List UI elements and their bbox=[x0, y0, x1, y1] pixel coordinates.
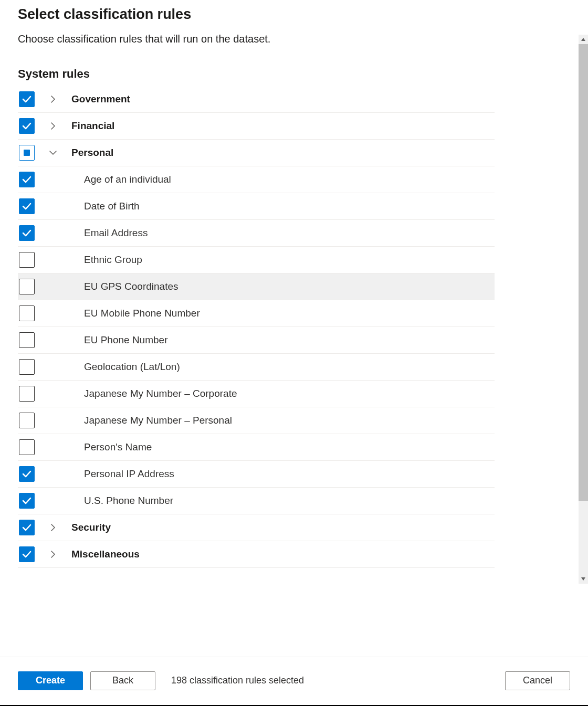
scroll-up-icon[interactable] bbox=[579, 35, 588, 44]
checkbox-rule[interactable] bbox=[19, 413, 35, 428]
rule-label: U.S. Phone Number bbox=[71, 495, 173, 507]
category-row-security[interactable]: Security bbox=[18, 514, 495, 541]
rule-row[interactable]: Date of Birth bbox=[18, 193, 495, 220]
rule-row[interactable]: Person's Name bbox=[18, 434, 495, 461]
rule-label: Japanese My Number – Personal bbox=[71, 415, 232, 426]
category-row-government[interactable]: Government bbox=[18, 86, 495, 113]
chevron-down-icon[interactable] bbox=[47, 147, 59, 159]
rule-row[interactable]: Ethnic Group bbox=[18, 247, 495, 273]
footer-bar: Create Back 198 classification rules sel… bbox=[0, 657, 588, 704]
rule-row[interactable]: Japanese My Number – Corporate bbox=[18, 381, 495, 407]
rule-row[interactable]: EU GPS Coordinates bbox=[18, 273, 495, 300]
scrollbar-thumb[interactable] bbox=[579, 44, 588, 501]
rule-label: Email Address bbox=[71, 227, 148, 239]
back-button[interactable]: Back bbox=[90, 671, 155, 690]
category-label: Personal bbox=[71, 147, 113, 159]
rule-row[interactable]: Personal IP Address bbox=[18, 461, 495, 488]
checkbox-rule[interactable] bbox=[19, 359, 35, 375]
create-button[interactable]: Create bbox=[18, 671, 83, 690]
checkbox-rule[interactable] bbox=[19, 305, 35, 321]
checkbox-rule[interactable] bbox=[19, 279, 35, 294]
category-label: Security bbox=[71, 522, 111, 533]
rule-label: Person's Name bbox=[71, 441, 152, 453]
category-row-miscellaneous[interactable]: Miscellaneous bbox=[18, 541, 495, 568]
chevron-right-icon[interactable] bbox=[47, 120, 59, 132]
rule-row[interactable]: EU Mobile Phone Number bbox=[18, 300, 495, 327]
rule-row[interactable]: Japanese My Number – Personal bbox=[18, 407, 495, 434]
rule-label: Date of Birth bbox=[71, 201, 140, 212]
rule-label: Ethnic Group bbox=[71, 254, 142, 266]
rule-row[interactable]: EU Phone Number bbox=[18, 327, 495, 354]
rule-row[interactable]: U.S. Phone Number bbox=[18, 488, 495, 514]
rule-label: Japanese My Number – Corporate bbox=[71, 388, 237, 399]
selection-count: 198 classification rules selected bbox=[171, 675, 304, 686]
checkbox-rule[interactable] bbox=[19, 172, 35, 187]
rule-label: EU Phone Number bbox=[71, 334, 167, 346]
rule-label: Age of an individual bbox=[71, 174, 171, 185]
checkbox-rule[interactable] bbox=[19, 466, 35, 482]
chevron-right-icon[interactable] bbox=[47, 549, 59, 560]
main-content: Select classification rules Choose class… bbox=[0, 0, 588, 584]
rule-label: EU GPS Coordinates bbox=[71, 281, 178, 292]
checkbox-rule[interactable] bbox=[19, 439, 35, 455]
section-title: System rules bbox=[18, 67, 570, 81]
checkbox-rule[interactable] bbox=[19, 198, 35, 214]
category-label: Miscellaneous bbox=[71, 549, 140, 560]
scrollbar[interactable] bbox=[579, 35, 588, 584]
checkbox-government[interactable] bbox=[19, 91, 35, 107]
chevron-right-icon[interactable] bbox=[47, 522, 59, 533]
chevron-right-icon[interactable] bbox=[47, 93, 59, 105]
rule-label: Geolocation (Lat/Lon) bbox=[71, 361, 180, 373]
rule-row[interactable]: Age of an individual bbox=[18, 166, 495, 193]
rule-row[interactable]: Email Address bbox=[18, 220, 495, 247]
rule-label: EU Mobile Phone Number bbox=[71, 308, 200, 319]
scroll-down-icon[interactable] bbox=[579, 574, 588, 584]
checkbox-rule[interactable] bbox=[19, 386, 35, 402]
checkbox-personal[interactable] bbox=[19, 145, 35, 161]
cancel-button[interactable]: Cancel bbox=[505, 671, 570, 690]
svg-marker-0 bbox=[581, 38, 585, 41]
checkbox-rule[interactable] bbox=[19, 493, 35, 509]
checkbox-miscellaneous[interactable] bbox=[19, 546, 35, 562]
rule-row[interactable]: Geolocation (Lat/Lon) bbox=[18, 354, 495, 381]
checkbox-rule[interactable] bbox=[19, 252, 35, 268]
category-label: Government bbox=[71, 93, 130, 105]
category-row-personal[interactable]: Personal bbox=[18, 140, 495, 166]
category-label: Financial bbox=[71, 120, 114, 132]
page-subtitle: Choose classification rules that will ru… bbox=[18, 33, 570, 45]
rule-list: GovernmentFinancialPersonalAge of an ind… bbox=[18, 86, 495, 568]
category-row-financial[interactable]: Financial bbox=[18, 113, 495, 140]
checkbox-financial[interactable] bbox=[19, 118, 35, 134]
svg-marker-1 bbox=[581, 577, 585, 581]
checkbox-security[interactable] bbox=[19, 520, 35, 535]
rule-label: Personal IP Address bbox=[71, 468, 174, 480]
page-title: Select classification rules bbox=[18, 6, 570, 23]
checkbox-rule[interactable] bbox=[19, 332, 35, 348]
checkbox-rule[interactable] bbox=[19, 225, 35, 241]
